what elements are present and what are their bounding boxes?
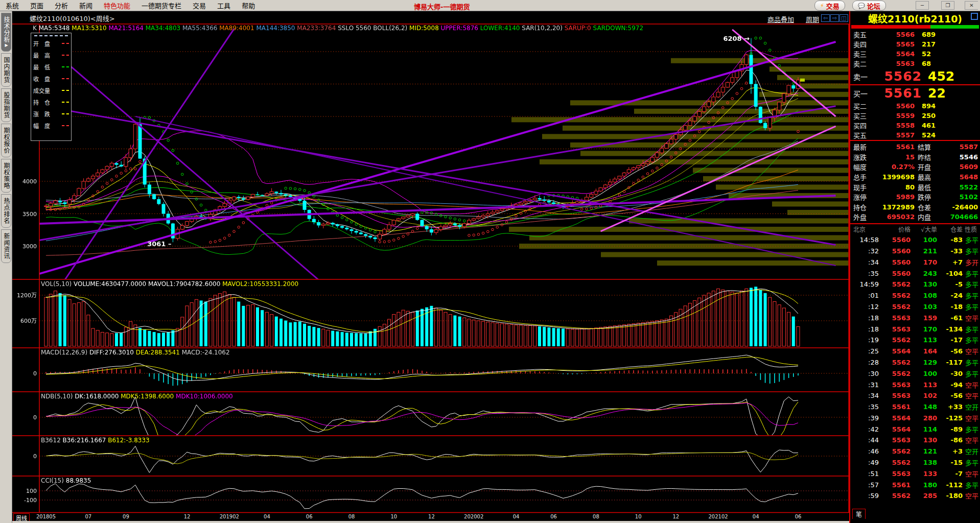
x-axis-date: 06 xyxy=(786,514,810,519)
arrow-left-icon[interactable]: ⇦ xyxy=(821,14,830,22)
tick-row: :325560211-33多平 xyxy=(850,246,980,257)
x-axis-date: 09 xyxy=(114,514,137,519)
tick-row: :185563170-134多平 xyxy=(850,323,980,335)
tick-row: :255564164-56空平 xyxy=(850,346,980,357)
legend-row: 幅 度 xyxy=(31,120,71,131)
left-tab-strip: 技术分析▶ 国内期货 股指期货 期权报价 期权策略 热点排名 新闻资讯 xyxy=(0,11,12,523)
bid-3-row[interactable]: 买三5559250 xyxy=(850,111,980,121)
tick-row: :575561180-112多平 xyxy=(850,479,980,490)
overlay-link[interactable]: 商品叠加 xyxy=(767,14,794,24)
quote-instrument-title: 螺纹2110(rb2110) xyxy=(850,11,980,25)
menu-trade[interactable]: 交易 xyxy=(187,1,212,10)
close-icon: ✕ xyxy=(969,3,973,8)
maximize-button[interactable]: ❐ xyxy=(941,1,954,10)
split-view-icon[interactable]: ◫ xyxy=(839,14,848,22)
menu-yide-column[interactable]: 一德期货专栏 xyxy=(136,1,187,10)
sidebar-tab-options-strategy[interactable]: 期权策略 xyxy=(1,159,11,193)
macd-indicator-header: MACD(12,26,9) DIFF:276.3010 DEA:288.3541… xyxy=(41,349,230,356)
menu-tools[interactable]: 工具 xyxy=(212,1,236,10)
b3612-indicator-header: B3612 B36:216.1667 B612:-3.8333 xyxy=(41,437,150,444)
ask-1-row[interactable]: 卖一5562452 xyxy=(850,68,980,84)
ma-indicator-header: K MA5:5348 MA13:5310 MA21:5164 MA34:4803… xyxy=(33,25,643,32)
bid-1-row[interactable]: 买一556122 xyxy=(850,85,980,101)
ask-5-row[interactable]: 卖五5566689 xyxy=(850,30,980,39)
x-axis-date: 06 xyxy=(297,514,321,519)
summary-row: 涨跌15昨结5546 xyxy=(850,152,980,162)
tick-row: :425564114-89多平 xyxy=(850,423,980,435)
sidebar-tab-domestic-futures[interactable]: 国内期货 xyxy=(1,53,11,87)
tick-row: :345563102-56空平 xyxy=(850,390,980,401)
tick-row: :185563159-61空平 xyxy=(850,312,980,323)
summary-row: 总手1399698最高5648 xyxy=(850,172,980,182)
summary-row: 涨停5989跌停5102 xyxy=(850,192,980,202)
link-box-icon[interactable] xyxy=(971,13,978,20)
x-axis-date: 202102 xyxy=(707,514,730,519)
bottom-strip xyxy=(0,521,980,523)
sell-strength-bar xyxy=(851,25,930,29)
tick-row: :355560243-104多平 xyxy=(850,268,980,279)
tick-list[interactable]: 14:585560100-83多平:325560211-33多平:3455601… xyxy=(850,234,980,502)
menu-system[interactable]: 系统 xyxy=(0,1,25,10)
legend-row: 涨 跌 xyxy=(31,108,71,120)
ohlc-legend-box: 开 盘最 高最 低收 盘成交量持 仓涨 跌幅 度 xyxy=(31,33,72,141)
period-link[interactable]: 周期 xyxy=(806,14,819,24)
legend-row: 最 低 xyxy=(31,61,71,73)
bid-2-row[interactable]: 买二5560894 xyxy=(850,101,980,111)
tick-row: :395564280-125空平 xyxy=(850,413,980,424)
summary-row: 现手80最低5522 xyxy=(850,182,980,192)
tick-row: 14:585560100-83多平 xyxy=(850,234,980,246)
legend-row: 成交量 xyxy=(31,84,71,96)
x-axis-date: 201805 xyxy=(34,514,58,519)
menu-analysis[interactable]: 分析 xyxy=(49,1,74,10)
x-axis-date: 06 xyxy=(542,514,566,519)
x-axis-date: 10 xyxy=(626,514,650,519)
tick-row: :195562113-17多平 xyxy=(850,335,980,346)
x-axis-date: 04 xyxy=(744,514,767,519)
x-axis-date: 12 xyxy=(664,514,688,519)
trade-button[interactable]: ⚡ 交易 xyxy=(814,1,845,11)
tick-row: :595562285-180空平 xyxy=(850,490,980,502)
menu-help[interactable]: 帮助 xyxy=(236,1,261,10)
sidebar-tab-technical-analysis[interactable]: 技术分析▶ xyxy=(1,13,11,52)
forum-button[interactable]: 💬 论坛 xyxy=(852,1,886,11)
sidebar-tab-options-quotes[interactable]: 期权报价 xyxy=(1,124,11,157)
app-title: 博易大师-一德期货 xyxy=(414,2,470,11)
ask-4-row[interactable]: 卖四5565217 xyxy=(850,39,980,49)
x-axis-date: 04 xyxy=(255,514,278,519)
ask-3-row[interactable]: 卖三556452 xyxy=(850,49,980,59)
tick-row: :495562138-15多平 xyxy=(850,457,980,468)
x-axis-date: 08 xyxy=(340,514,363,519)
lightning-icon: ⚡ xyxy=(820,3,824,9)
buy-sell-strength-gauge xyxy=(851,25,979,29)
x-axis-date: 08 xyxy=(584,514,608,519)
sidebar-tab-news-info[interactable]: 新闻资讯 xyxy=(1,229,11,263)
close-button[interactable]: ✕ xyxy=(965,1,978,10)
tick-tab[interactable]: 笔 xyxy=(852,509,866,519)
ask-2-row[interactable]: 卖二556368 xyxy=(850,59,980,68)
tick-row: :515563133-7空平 xyxy=(850,468,980,479)
x-axis-date: 07 xyxy=(77,514,100,519)
bid-5-row[interactable]: 买五5557524 xyxy=(850,130,980,140)
arrow-right-icon[interactable]: ⇨ xyxy=(830,14,839,22)
menu-news[interactable]: 新闻 xyxy=(74,1,98,10)
maximize-icon: ❐ xyxy=(946,3,950,8)
minimize-icon: ─ xyxy=(921,3,924,8)
ndb-indicator-header: NDB(5,10) DK:1618.0000 MDK5:1398.6000 MD… xyxy=(41,393,233,400)
vol-indicator-header: VOL(5,10) VOLUME:4630477.0000 MAVOL1:790… xyxy=(41,280,298,288)
sidebar-tab-hot-ranking[interactable]: 热点排名 xyxy=(1,194,11,228)
tick-row: :465562121+3空开 xyxy=(850,446,980,457)
menu-featured[interactable]: 特色功能 xyxy=(98,1,136,10)
summary-row: 幅度0.27%开盘5609 xyxy=(850,162,980,172)
cci-indicator-header: CCI(15) 88.9835 xyxy=(41,477,91,484)
tick-row: :315563113-94空平 xyxy=(850,379,980,390)
legend-top-dashes xyxy=(34,35,68,36)
minimize-button[interactable]: ─ xyxy=(916,1,929,10)
legend-row: 开 盘 xyxy=(31,37,71,49)
speech-bubble-icon: 💬 xyxy=(858,3,865,9)
tick-row: :445563130-86空平 xyxy=(850,435,980,446)
x-axis-date: 12 xyxy=(175,514,199,519)
sidebar-tab-index-futures[interactable]: 股指期货 xyxy=(1,88,11,122)
bid-4-row[interactable]: 买四5558461 xyxy=(850,121,980,130)
menu-page[interactable]: 页面 xyxy=(25,1,49,10)
x-axis-date: 201902 xyxy=(218,514,241,519)
